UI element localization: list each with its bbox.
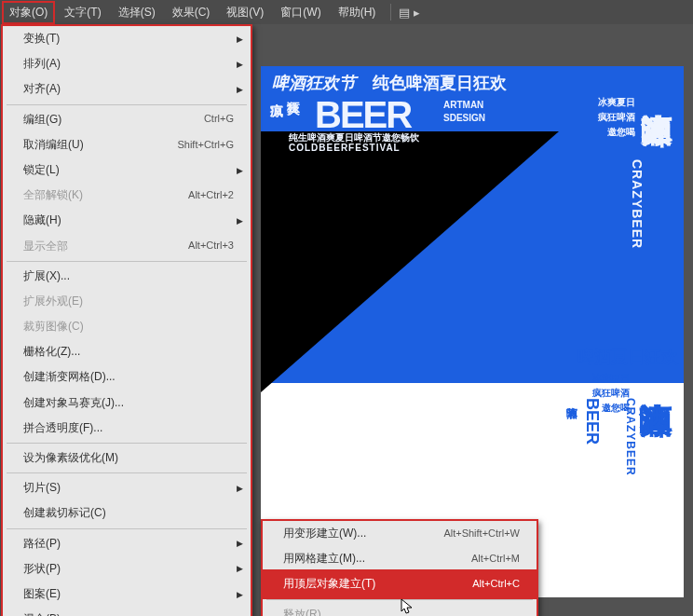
menu-divider: [266, 599, 533, 600]
menu-item-lock[interactable]: 锁定(L)▶: [3, 157, 251, 183]
menu-item-crop-image: 裁剪图像(C): [3, 314, 251, 339]
menu-item-label: 栅格化(Z)...: [23, 343, 80, 361]
menu-window[interactable]: 窗口(W): [273, 1, 328, 24]
art-text: BEER: [315, 94, 411, 136]
menu-item-label: 用变形建立(W)...: [283, 525, 366, 542]
art-text: COLDBEERFESTIVAL: [289, 143, 401, 153]
menu-item-label: 拼合透明度(F)...: [23, 419, 102, 437]
submenu-arrow-icon: ▶: [237, 83, 243, 96]
art-text: 疯狂啤酒: [598, 111, 635, 124]
menu-item-label: 锁定(L): [23, 161, 60, 179]
menu-shortcut: Alt+Ctrl+C: [472, 576, 520, 593]
art-text: 冰爽夏日: [598, 96, 635, 109]
submenu-item-make-with-warp[interactable]: 用变形建立(W)...Alt+Shift+Ctrl+W: [263, 521, 537, 546]
art-text: CRAZYBEER: [624, 398, 637, 476]
menu-view[interactable]: 视图(V): [219, 1, 271, 24]
menu-separator: [390, 4, 391, 21]
art-text: SDESIGN: [443, 113, 485, 123]
menu-item-label: 用网格建立(M)...: [283, 550, 365, 568]
menu-item-flatten-transparency[interactable]: 拼合透明度(F)...: [3, 416, 251, 441]
menu-item-label: 全部解锁(K): [23, 186, 83, 204]
menu-divider: [7, 104, 247, 105]
submenu-arrow-icon: ▶: [237, 163, 243, 176]
menu-shortcut: Alt+Shift+Ctrl+W: [443, 526, 520, 542]
submenu-arrow-icon: ▶: [237, 537, 243, 550]
menu-divider: [7, 261, 247, 262]
menu-shortcut: Alt+Ctrl+3: [188, 238, 234, 254]
art-text: 纯色啤酒夏日狂欢: [373, 72, 507, 94]
art-text: 啤酒夏日狂欢: [578, 346, 678, 368]
menu-divider: [7, 472, 247, 473]
menu-item-hide[interactable]: 隐藏(H)▶: [3, 208, 251, 233]
menu-item-label: 形状(P): [23, 560, 61, 578]
tool-icon[interactable]: ▤ ▸: [399, 6, 420, 20]
envelope-distort-submenu: 用变形建立(W)...Alt+Shift+Ctrl+W 用网格建立(M)...A…: [261, 519, 538, 616]
art-text: CRAZYBEER: [630, 159, 645, 249]
menu-item-label: 对齐(A): [23, 80, 61, 98]
menu-item-label: 隐藏(H): [23, 212, 61, 229]
menu-item-expand-appearance: 扩展外观(E): [3, 289, 251, 314]
menu-item-label: 路径(P): [23, 535, 61, 553]
menu-item-label: 取消编组(U): [23, 136, 84, 154]
menu-divider: [7, 443, 247, 444]
menu-item-ungroup[interactable]: 取消编组(U)Shift+Ctrl+G: [3, 132, 251, 157]
menu-help[interactable]: 帮助(H): [331, 1, 384, 24]
menu-select[interactable]: 选择(S): [111, 1, 163, 24]
menu-item-pixel-perfect[interactable]: 设为像素级优化(M): [3, 445, 251, 471]
menu-item-label: 扩展外观(E): [23, 293, 83, 310]
menu-item-shape[interactable]: 形状(P)▶: [3, 556, 251, 582]
menu-shortcut: Ctrl+G: [204, 111, 234, 128]
menu-item-group[interactable]: 编组(G)Ctrl+G: [3, 107, 251, 132]
menu-item-path[interactable]: 路径(P)▶: [3, 531, 251, 556]
art-text: ARTMAN: [443, 100, 483, 110]
art-black-triangle: [261, 131, 559, 392]
menu-object[interactable]: 对象(O): [2, 1, 55, 24]
menu-item-label: 编组(G): [23, 111, 61, 129]
menu-item-label: 创建裁切标记(C): [23, 504, 106, 522]
menu-item-label: 设为像素级优化(M): [23, 449, 118, 467]
menu-item-label: 切片(S): [23, 479, 61, 497]
submenu-item-make-with-mesh[interactable]: 用网格建立(M)...Alt+Ctrl+M: [263, 546, 537, 571]
menu-item-label: 变换(T): [23, 30, 60, 48]
submenu-arrow-icon: ▶: [237, 587, 243, 600]
menu-item-label: 显示全部: [23, 238, 68, 255]
menu-item-rasterize[interactable]: 栅格化(Z)...: [3, 339, 251, 364]
menu-item-align[interactable]: 对齐(A)▶: [3, 76, 251, 102]
menu-divider: [7, 528, 247, 529]
menu-item-label: 用顶层对象建立(T): [283, 575, 375, 593]
submenu-arrow-icon: ▶: [237, 482, 243, 495]
submenu-item-release: 释放(R): [263, 602, 537, 616]
submenu-arrow-icon: ▶: [237, 58, 243, 71]
artwork[interactable]: 啤酒狂欢节 纯色啤酒夏日狂欢 BEER ARTMAN SDESIGN 纯生啤酒爽…: [261, 66, 684, 597]
menu-item-arrange[interactable]: 排列(A)▶: [3, 51, 251, 76]
menubar: 对象(O) 文字(T) 选择(S) 效果(C) 视图(V) 窗口(W) 帮助(H…: [0, 0, 693, 24]
menu-item-pattern[interactable]: 图案(E)▶: [3, 582, 251, 607]
menu-effect[interactable]: 效果(C): [165, 1, 218, 24]
menu-item-blend[interactable]: 混合(B)▶: [3, 607, 251, 616]
art-text: 啤酒狂欢节: [272, 72, 356, 94]
menu-item-show-all: 显示全部Alt+Ctrl+3: [3, 234, 251, 259]
menu-item-crop-marks[interactable]: 创建裁切标记(C): [3, 500, 251, 526]
art-text: BEER: [582, 398, 602, 445]
submenu-arrow-icon: ▶: [237, 613, 243, 616]
menu-item-label: 释放(R): [283, 606, 321, 616]
menu-item-label: 扩展(X)...: [23, 267, 70, 285]
menu-item-label: 创建渐变网格(D)...: [23, 368, 116, 386]
menu-item-gradient-mesh[interactable]: 创建渐变网格(D)...: [3, 364, 251, 390]
cursor-icon: [401, 598, 414, 615]
menu-item-label: 裁剪图像(C): [23, 318, 84, 335]
submenu-arrow-icon: ▶: [237, 562, 243, 575]
object-menu: 变换(T)▶ 排列(A)▶ 对齐(A)▶ 编组(G)Ctrl+G 取消编组(U)…: [1, 24, 252, 616]
menu-text[interactable]: 文字(T): [57, 1, 108, 24]
submenu-item-make-with-top-object[interactable]: 用顶层对象建立(T)Alt+Ctrl+C: [261, 569, 538, 598]
art-text: 冰爽夏日: [592, 372, 630, 385]
menu-item-expand[interactable]: 扩展(X)...: [3, 264, 251, 289]
menu-item-slice[interactable]: 切片(S)▶: [3, 475, 251, 500]
menu-shortcut: Shift+Ctrl+G: [177, 137, 234, 154]
art-text: 邀您喝: [607, 126, 635, 139]
menu-item-object-mosaic[interactable]: 创建对象马赛克(J)...: [3, 390, 251, 416]
menu-item-transform[interactable]: 变换(T)▶: [3, 26, 251, 51]
menu-shortcut: Alt+Ctrl+M: [471, 551, 520, 568]
submenu-arrow-icon: ▶: [237, 32, 243, 45]
menu-item-label: 创建对象马赛克(J)...: [23, 394, 124, 412]
